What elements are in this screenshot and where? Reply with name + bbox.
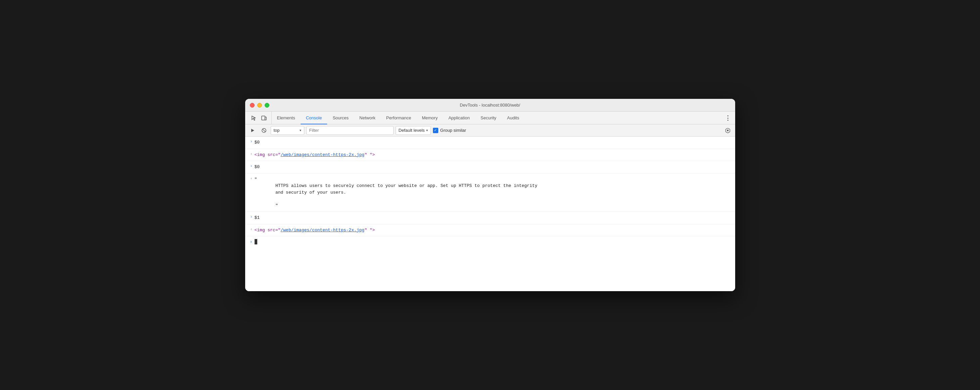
minimize-button[interactable] (257, 103, 262, 107)
console-entry-3: › $0 (245, 161, 735, 174)
entry-gutter-4: ‹ (245, 175, 255, 181)
console-entry-2: ‹ <img src="/web/images/content-https-2x… (245, 149, 735, 161)
tabs: Elements Console Sources Network Perform… (272, 112, 721, 124)
input-prompt-3[interactable]: › (250, 164, 253, 168)
tab-audits[interactable]: Audits (502, 112, 525, 125)
default-levels-selector[interactable]: Default levels ▾ (396, 126, 431, 135)
input-arrow-icon: › (250, 240, 253, 245)
tabs-end: ⋮ (721, 112, 735, 124)
entry-gutter-5: › (245, 213, 255, 219)
inspect-element-button[interactable] (249, 113, 259, 123)
entry-content-1: $0 (255, 138, 735, 147)
group-similar-checkbox[interactable]: ✓ (433, 128, 438, 133)
group-similar-toggle[interactable]: ✓ Group similar (433, 128, 466, 133)
html-tag-close-2: " "> (364, 228, 375, 233)
tab-security[interactable]: Security (475, 112, 502, 125)
close-button[interactable] (250, 103, 255, 107)
tab-network[interactable]: Network (354, 112, 381, 125)
output-prompt-6: ‹ (250, 227, 253, 231)
tab-memory[interactable]: Memory (417, 112, 443, 125)
inspect-icon (251, 115, 257, 121)
maximize-button[interactable] (265, 103, 269, 107)
tabs-bar: Elements Console Sources Network Perform… (245, 112, 735, 125)
device-toggle-button[interactable] (259, 113, 269, 123)
device-icon (261, 115, 267, 121)
settings-button[interactable] (723, 126, 732, 135)
title-bar: DevTools - localhost:8080/web/ (245, 99, 735, 112)
entry-gutter-6: ‹ (245, 225, 255, 231)
console-entry-4: ‹ " HTTPS allows users to securely conne… (245, 174, 735, 212)
more-tabs-button[interactable]: ⋮ (723, 113, 732, 123)
entry-content-4: " HTTPS allows users to securely connect… (255, 175, 735, 211)
html-tag-close-1: " "> (364, 152, 375, 157)
gear-icon (725, 128, 731, 133)
context-selector[interactable]: top ▾ (271, 126, 304, 135)
entry-gutter-1: › (245, 138, 255, 144)
input-chevron: › (245, 240, 255, 245)
toolbar-icons (247, 112, 272, 124)
dollar-var-5: $1 (255, 215, 260, 220)
svg-line-4 (262, 129, 265, 132)
devtools-window: DevTools - localhost:8080/web/ (245, 99, 735, 291)
img-src-link-1[interactable]: /web/images/content-https-2x.jpg (281, 152, 365, 157)
entry-content-3: $0 (255, 162, 735, 172)
dollar-var-1: $0 (255, 140, 260, 145)
console-entry-6: ‹ <img src="/web/images/content-https-2x… (245, 224, 735, 237)
console-output: › $0 ‹ <img src="/web/images/content-htt… (245, 136, 735, 291)
execute-icon (250, 128, 255, 133)
levels-chevron-icon: ▾ (426, 128, 428, 132)
tab-performance[interactable]: Performance (381, 112, 417, 125)
console-toolbar: top ▾ Default levels ▾ ✓ Group similar (245, 125, 735, 136)
html-tag-open-2: <img src=" (255, 228, 281, 233)
entry-content-6: <img src="/web/images/content-https-2x.j… (255, 225, 735, 235)
tab-application[interactable]: Application (443, 112, 475, 125)
devtools-container: Elements Console Sources Network Perform… (245, 112, 735, 291)
tab-console[interactable]: Console (301, 112, 328, 125)
console-input-field[interactable] (255, 238, 735, 246)
tab-elements[interactable]: Elements (272, 112, 301, 125)
traffic-lights (250, 103, 269, 107)
filter-input[interactable] (306, 126, 394, 135)
svg-marker-2 (251, 129, 254, 132)
html-tag-open-1: <img src=" (255, 152, 281, 157)
window-title: DevTools - localhost:8080/web/ (460, 102, 520, 107)
console-entry-5: › $1 (245, 212, 735, 224)
execute-button[interactable] (248, 126, 257, 135)
entry-gutter-2: ‹ (245, 150, 255, 156)
output-prompt-2: ‹ (250, 152, 253, 156)
tab-sources[interactable]: Sources (327, 112, 354, 125)
output-prompt-4: ‹ (250, 176, 253, 181)
text-content-4: " HTTPS allows users to securely connect… (255, 177, 538, 208)
console-entry-1: › $0 (245, 136, 735, 149)
input-prompt-5[interactable]: › (250, 215, 253, 219)
entry-gutter-3: › (245, 162, 255, 168)
entry-content-2: <img src="/web/images/content-https-2x.j… (255, 150, 735, 160)
console-input-row: › (245, 237, 735, 247)
entry-content-5: $1 (255, 213, 735, 222)
img-src-link-2[interactable]: /web/images/content-https-2x.jpg (281, 228, 365, 233)
chevron-down-icon: ▾ (299, 128, 301, 132)
input-prompt-1[interactable]: › (250, 139, 253, 144)
svg-rect-1 (265, 117, 266, 120)
text-cursor (255, 239, 257, 245)
dollar-var-3: $0 (255, 165, 260, 169)
svg-rect-0 (262, 116, 265, 120)
clear-console-button[interactable] (259, 126, 269, 135)
clear-icon (261, 128, 267, 133)
check-icon: ✓ (434, 128, 437, 133)
